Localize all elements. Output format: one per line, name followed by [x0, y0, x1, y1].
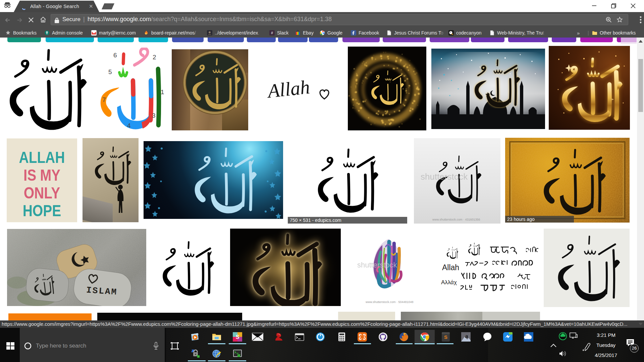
- svg-text:#: #: [271, 31, 273, 35]
- svg-text:S: S: [444, 334, 447, 340]
- svg-text:S: S: [236, 334, 239, 340]
- svg-text:a: a: [465, 333, 468, 339]
